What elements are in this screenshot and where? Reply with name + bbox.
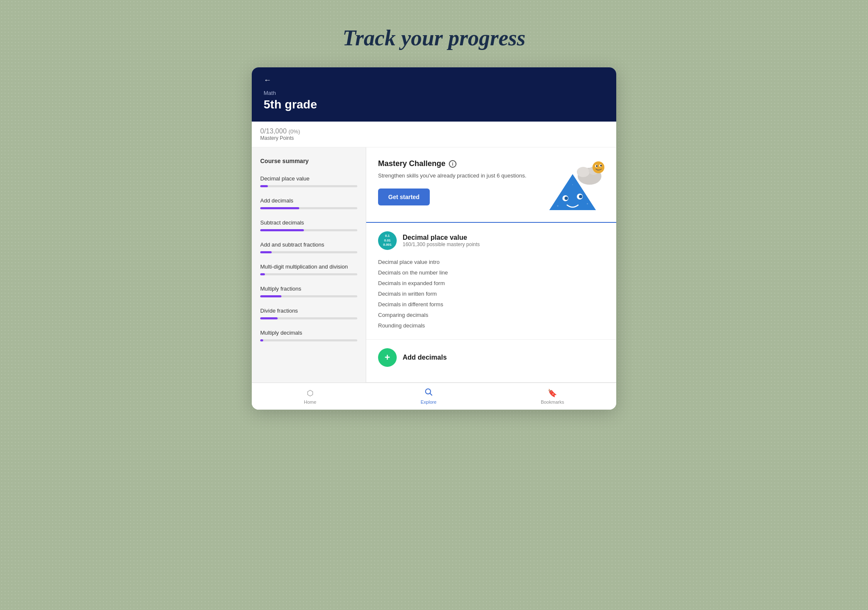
- mastery-challenge-desc: Strengthen skills you've already practic…: [378, 172, 526, 180]
- app-header: ← Math 5th grade: [252, 67, 616, 122]
- sidebar: Course summary Decimal place value Add d…: [252, 147, 366, 383]
- back-button[interactable]: ←: [264, 76, 271, 85]
- svg-point-6: [587, 203, 588, 205]
- list-item[interactable]: Decimals in expanded form: [378, 278, 604, 288]
- sidebar-heading: Course summary: [252, 154, 366, 171]
- unit-add-decimals: + Add decimals: [366, 340, 616, 383]
- svg-point-4: [579, 195, 582, 198]
- list-item[interactable]: Decimals in written form: [378, 288, 604, 299]
- grade-title: 5th grade: [264, 98, 604, 111]
- list-item[interactable]: Decimals in different forms: [378, 299, 604, 310]
- list-item[interactable]: Comparing decimals: [378, 310, 604, 320]
- cloud-character-icon: [575, 161, 604, 187]
- sidebar-item-add-decimals[interactable]: Add decimals: [252, 193, 366, 215]
- unit-icon-decimal: 0.10.010.001: [378, 231, 397, 250]
- home-icon: ⬡: [307, 388, 314, 398]
- list-item[interactable]: Decimal place value intro: [378, 257, 604, 267]
- nav-item-home[interactable]: ⬡ Home: [287, 388, 333, 405]
- sidebar-item-add-subtract-fractions[interactable]: Add and subtract fractions: [252, 237, 366, 259]
- bottom-nav: ⬡ Home Explore 🔖 Bookmarks: [252, 383, 616, 410]
- bookmarks-icon: 🔖: [548, 388, 557, 398]
- svg-point-9: [577, 167, 590, 177]
- unit-points-decimal: 160/1,300 possible mastery points: [403, 241, 480, 247]
- nav-item-explore[interactable]: Explore: [404, 388, 453, 405]
- list-item[interactable]: Rounding decimals: [378, 320, 604, 331]
- sidebar-item-multiply-decimals[interactable]: Multiply decimals: [252, 325, 366, 347]
- nav-item-bookmarks[interactable]: 🔖 Bookmarks: [524, 388, 581, 405]
- mastery-challenge-card: Mastery Challenge i Strengthen skills yo…: [366, 147, 616, 223]
- main-content: Mastery Challenge i Strengthen skills yo…: [366, 147, 616, 383]
- sidebar-item-multidigit[interactable]: Multi-digit multiplication and division: [252, 259, 366, 281]
- list-item[interactable]: Decimals on the number line: [378, 267, 604, 278]
- sidebar-item-decimal-place-value[interactable]: Decimal place value: [252, 171, 366, 193]
- svg-point-7: [572, 184, 573, 185]
- mastery-label: Mastery Points: [260, 135, 608, 141]
- svg-point-15: [600, 165, 602, 166]
- nav-label-explore: Explore: [421, 399, 437, 405]
- unit-decimal-place-value: 0.10.010.001 Decimal place value 160/1,3…: [366, 223, 616, 340]
- sidebar-item-subtract-decimals[interactable]: Subtract decimals: [252, 215, 366, 237]
- svg-line-17: [430, 394, 432, 396]
- app-container: ← Math 5th grade 0/13,000 (0%) Mastery P…: [252, 67, 616, 410]
- svg-point-2: [565, 197, 568, 200]
- svg-point-5: [557, 205, 559, 207]
- app-body: Course summary Decimal place value Add d…: [252, 147, 616, 383]
- mastery-illustration: [528, 159, 604, 210]
- unit-lessons-decimal: Decimal place value intro Decimals on th…: [378, 257, 604, 331]
- unit-title-decimal: Decimal place value: [403, 234, 480, 241]
- mastery-challenge-title: Mastery Challenge i: [378, 159, 526, 168]
- sidebar-item-multiply-fractions[interactable]: Multiply fractions: [252, 281, 366, 303]
- sidebar-item-divide-fractions[interactable]: Divide fractions: [252, 303, 366, 325]
- unit-title-add-decimals: Add decimals: [403, 354, 447, 361]
- nav-label-home: Home: [304, 399, 316, 405]
- page-title: Track your progress: [342, 0, 525, 67]
- mastery-score: 0/13,000 (0%): [260, 128, 608, 135]
- svg-point-11: [593, 161, 604, 173]
- subject-label: Math: [264, 90, 604, 96]
- svg-point-13: [596, 165, 598, 167]
- mastery-bar: 0/13,000 (0%) Mastery Points: [252, 122, 616, 147]
- info-icon[interactable]: i: [449, 160, 456, 168]
- get-started-button[interactable]: Get started: [378, 189, 430, 205]
- unit-icon-add-decimals: +: [378, 348, 397, 367]
- nav-label-bookmarks: Bookmarks: [541, 399, 564, 405]
- explore-icon: [425, 388, 432, 398]
